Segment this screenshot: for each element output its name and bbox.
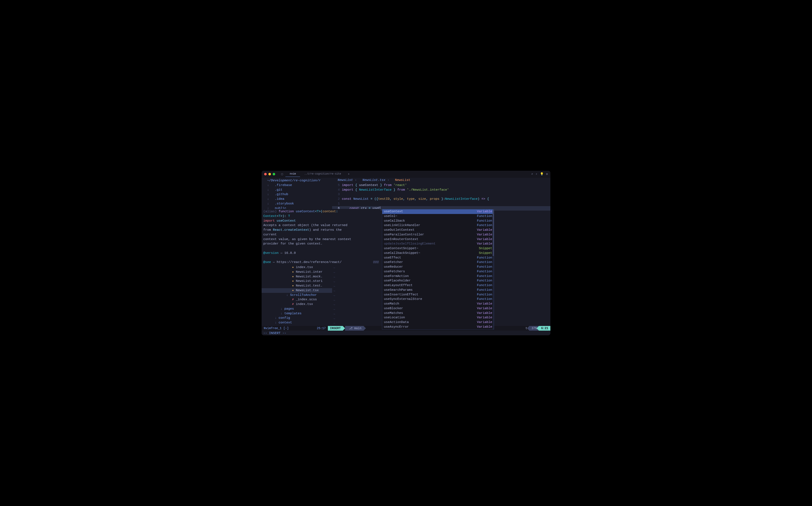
titlebar: ▢ nvim ..t/re-cognition/re-site + ⌕ ⚡ 💡 … <box>262 171 550 177</box>
tree-item[interactable]: ★ index.tsx <box>262 265 332 270</box>
tree-item[interactable]: ★ NewsList.stori <box>262 279 332 283</box>
completion-item[interactable]: useFormActionFunction <box>382 274 494 279</box>
tree-item[interactable]: ✗ _index.scss <box>262 297 332 302</box>
breadcrumb-file: NewsList.tsx <box>362 178 386 182</box>
completion-item[interactable]: useContextSnippet~Snippet <box>382 246 494 251</box>
maximize-icon[interactable] <box>273 173 275 175</box>
hover-version-tag: @version <box>263 251 279 255</box>
tab-nvim[interactable]: nvim <box>285 171 300 177</box>
tree-folder-idea[interactable]: ↓ .idea <box>262 197 332 201</box>
completion-item[interactable]: useParallaxControllerVariable <box>382 233 494 237</box>
tree-item[interactable]: ↓ templates <box>262 311 332 316</box>
hover-version-value: — 16.8.0 <box>279 251 296 255</box>
minimize-icon[interactable] <box>268 173 271 175</box>
titlebar-right-icons: ⌕ ⚡ 💡 ⚙ <box>531 172 548 176</box>
tree-folder-github[interactable]: ↓ .github <box>262 192 332 197</box>
breadcrumb: NewsList › NewsList.tsx › NewsList <box>332 177 550 183</box>
completion-item[interactable]: useBlockerVariable <box>382 306 494 311</box>
tree-item[interactable]: ★ NewsList.tsx <box>262 288 332 293</box>
gear-icon[interactable]: ⚙ <box>546 172 548 176</box>
hover-suffix: @@@ <box>373 260 379 265</box>
status-cursor-pos: 6:21 <box>539 326 550 331</box>
tab-project-path[interactable]: ..t/re-cognition/re-site <box>300 171 345 177</box>
completion-item[interactable]: useCol~Function <box>382 214 494 219</box>
breadcrumb-folder: NewsList <box>338 178 353 182</box>
completion-item[interactable]: useCallbackFunction <box>382 219 494 223</box>
tabs-row: ▢ nvim ..t/re-cognition/re-site + <box>281 171 530 177</box>
tab-add-button[interactable]: + <box>345 172 352 176</box>
code-line[interactable]: 5import { useContext } from 'react' <box>332 183 550 188</box>
completion-item[interactable]: useLocationVariable <box>382 315 494 320</box>
hover-see-url: — https://react.dev/reference/react/ <box>271 260 342 264</box>
completion-item[interactable]: useLayoutEffectFunction <box>382 283 494 288</box>
code-area[interactable]: 5import { useContext } from 'react'4impo… <box>332 183 550 211</box>
search-icon[interactable]: ⌕ <box>531 172 533 176</box>
completion-item[interactable]: useAsyncErrorVariable <box>382 325 494 329</box>
completion-item[interactable]: useSyncExternalStoreFunction <box>382 297 494 302</box>
file-tree-panel[interactable]: ~/Development/re-cognition/r ↓ .firebase… <box>262 177 332 331</box>
completion-item[interactable]: useActionDataVariable <box>382 320 494 325</box>
completion-item[interactable]: useEffectFunction <box>382 256 494 260</box>
completion-scrollbar[interactable] <box>493 209 494 329</box>
completion-item[interactable]: useContextVariable <box>382 209 494 214</box>
tree-folder-git[interactable]: ↓ .git <box>262 188 332 192</box>
command-line: -- INSERT -- <box>262 331 550 335</box>
tree-item[interactable]: ★ NewsList.inter <box>262 270 332 274</box>
tree-item[interactable]: ★ NewsList.mock. <box>262 274 332 279</box>
tree-item[interactable]: ↓ config <box>262 316 332 321</box>
status-mode: INSERT <box>328 326 343 331</box>
bulb-icon[interactable]: 💡 <box>540 172 544 176</box>
completion-item[interactable]: useCallbackSnippet~Snippet <box>382 251 494 256</box>
completion-item[interactable]: useReducerFunction <box>382 265 494 269</box>
tree-root-path: ~/Development/re-cognition/r <box>262 178 332 183</box>
completion-item[interactable]: useFetchersFunction <box>382 269 494 274</box>
window-controls <box>264 173 275 175</box>
sidebar-toggle-icon[interactable]: ▢ <box>281 172 283 176</box>
tree-folder-storybook[interactable]: ↓ .storybook <box>262 201 332 206</box>
completion-popup[interactable]: useContextVariableuseCol~FunctionuseCall… <box>382 209 494 330</box>
tree-folder-firebase[interactable]: ↓ .firebase <box>262 183 332 188</box>
tree-item[interactable]: ✗ index.tsx <box>262 302 332 307</box>
completion-item[interactable]: useFetcherFunction <box>382 260 494 265</box>
hover-see-tag: @see <box>263 260 271 264</box>
tree-item[interactable]: ↓ pages <box>262 307 332 311</box>
completion-item[interactable]: useOutletContextVariable <box>382 228 494 233</box>
tree-item[interactable]: ↓ ScrollToAnchor <box>262 293 332 298</box>
status-git-branch: ⎇ main <box>345 326 363 331</box>
editor-body: ~/Development/re-cognition/r ↓ .firebase… <box>262 177 550 335</box>
tree-item[interactable]: ↓ context <box>262 321 332 325</box>
code-line[interactable]: 2const NewsList = ({testID, style, type,… <box>332 197 550 201</box>
file-tree-lower[interactable]: ★ index.tsx ★ NewsList.inter ★ NewsList.… <box>262 265 332 325</box>
completion-item[interactable]: useMatchesVariable <box>382 311 494 316</box>
lsp-hover-panel: (alias) function useContext<T>(context: … <box>262 209 381 265</box>
breadcrumb-symbol: NewsList <box>395 178 410 182</box>
completion-item[interactable]: useInRouterContextVariable <box>382 237 494 242</box>
completion-scrollbar-thumb[interactable] <box>493 209 494 256</box>
completion-item[interactable]: useLinkClickHandlerFunction <box>382 223 494 228</box>
close-icon[interactable] <box>264 173 267 175</box>
completion-item[interactable]: useSearchParamsFunction <box>382 288 494 292</box>
terminal-window: ▢ nvim ..t/re-cognition/re-site + ⌕ ⚡ 💡 … <box>262 171 550 335</box>
code-line[interactable]: 1 <box>332 201 550 206</box>
completion-item[interactable]: usePlaceholderFunction <box>382 278 494 283</box>
code-line[interactable]: 3 <box>332 192 550 197</box>
bolt-icon[interactable]: ⚡ <box>536 172 537 176</box>
completion-item[interactable]: useInsertionEffectFunction <box>382 292 494 297</box>
code-line[interactable]: 4import { NewsListInterface } from './Ne… <box>332 188 550 192</box>
tree-item[interactable]: ★ NewsList.test. <box>262 283 332 288</box>
completion-item[interactable]: updateJsxSelfClosingElementVariable <box>382 242 494 246</box>
completion-item[interactable]: useMatchVariable <box>382 302 494 306</box>
